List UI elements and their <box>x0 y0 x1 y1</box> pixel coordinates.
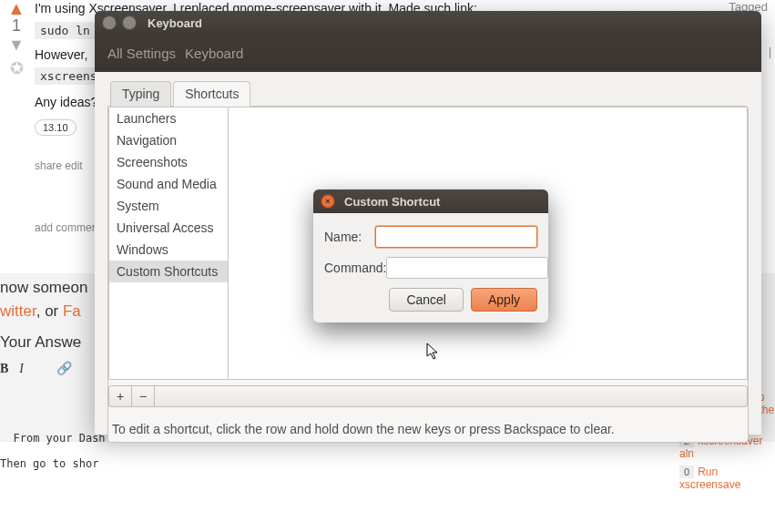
window-title: Keyboard <box>148 16 202 30</box>
code-block-2: xscreens <box>35 67 103 85</box>
sidebar-item-sound-media[interactable]: Sound and Media <box>109 173 228 195</box>
command-label: Command: <box>324 261 386 275</box>
edit-hint-text: To edit a shortcut, click the row and ho… <box>108 407 748 442</box>
tab-shortcuts[interactable]: Shortcuts <box>173 81 250 107</box>
dialog-titlebar[interactable]: × Custom Shortcut <box>313 189 548 213</box>
minimize-icon[interactable] <box>122 15 137 30</box>
code-block-1: sudo ln <box>35 22 96 39</box>
link-button[interactable]: 🔗 <box>56 361 72 375</box>
sidebar-item-windows[interactable]: Windows <box>109 239 228 261</box>
close-icon[interactable]: × <box>321 194 335 209</box>
sidebar-item-custom-shortcuts[interactable]: Custom Shortcuts <box>109 261 228 282</box>
add-remove-bar: + − <box>108 385 748 407</box>
bold-button[interactable]: B <box>0 362 8 375</box>
sidebar-item-universal-access[interactable]: Universal Access <box>109 217 228 239</box>
dialog-body: Name: Command: Cancel Apply <box>313 213 548 322</box>
italic-button[interactable]: I <box>19 362 24 375</box>
sidebar-item-launchers[interactable]: Launchers <box>109 107 228 129</box>
window-toolbar: All Settings Keyboard <box>95 35 761 72</box>
related-item: 0Run xscreensave <box>679 466 775 491</box>
all-settings-link[interactable]: All Settings <box>107 46 176 61</box>
know-text: now someon <box>0 279 87 296</box>
name-label: Name: <box>324 230 375 244</box>
window-titlebar[interactable]: Keyboard <box>95 11 761 35</box>
cancel-button[interactable]: Cancel <box>389 288 464 312</box>
dialog-title: Custom Shortcut <box>344 195 440 209</box>
add-shortcut-button[interactable]: + <box>109 386 132 406</box>
sidebar-item-screenshots[interactable]: Screenshots <box>109 151 228 173</box>
keyboard-breadcrumb: Keyboard <box>185 46 243 61</box>
twitter-link[interactable]: witter <box>0 302 36 320</box>
remove-shortcut-button[interactable]: − <box>132 386 155 406</box>
custom-shortcut-dialog: × Custom Shortcut Name: Command: Cancel … <box>313 189 548 322</box>
facebook-link[interactable]: Fa <box>63 302 81 320</box>
category-sidebar: Launchers Navigation Screenshots Sound a… <box>108 107 229 380</box>
name-input[interactable] <box>375 226 537 248</box>
tab-typing[interactable]: Typing <box>110 81 171 107</box>
close-icon[interactable] <box>102 15 117 30</box>
sidebar-item-navigation[interactable]: Navigation <box>109 129 228 151</box>
tag-chip[interactable]: 13.10 <box>35 119 76 136</box>
sidebar-item-system[interactable]: System <box>109 195 228 217</box>
tab-bar: Typing Shortcuts <box>110 81 749 107</box>
answer-pre: From your DashThen go to shor <box>0 419 106 470</box>
apply-button[interactable]: Apply <box>471 288 537 312</box>
command-input[interactable] <box>386 257 548 279</box>
